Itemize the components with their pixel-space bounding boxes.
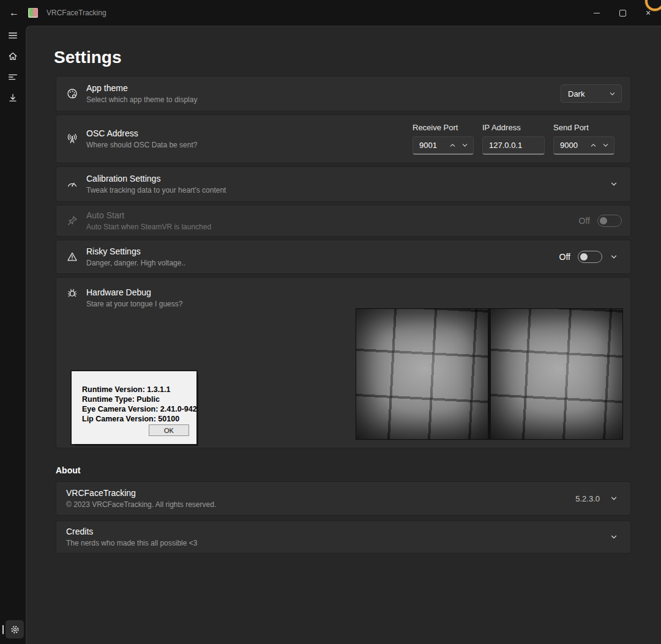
app-theme-title: App theme	[86, 83, 197, 94]
receive-port-field: Receive Port 9001	[413, 123, 474, 155]
maximize-button[interactable]	[610, 0, 635, 26]
toggle-knob	[600, 217, 607, 224]
palette-icon	[66, 87, 78, 100]
hardware-debug-header: Hardware Debug Stare at your tongue I gu…	[66, 287, 182, 309]
back-arrow-icon: ←	[9, 7, 19, 18]
send-port-decrement-button[interactable]	[599, 139, 611, 152]
risky-settings-subtitle: Danger, danger. High voltage..	[86, 259, 185, 268]
hamburger-icon	[7, 30, 18, 41]
credits-subtitle: The nerds who made this all possible <3	[66, 539, 197, 548]
chevron-down-icon	[610, 533, 618, 541]
menu-toggle-button[interactable]	[3, 26, 23, 45]
chevron-down-icon	[602, 142, 609, 149]
app-theme-card: App theme Select which app theme to disp…	[56, 76, 631, 111]
chevron-down-icon	[610, 495, 618, 502]
auto-start-toggle-state: Off	[579, 216, 590, 226]
minimize-button[interactable]	[584, 0, 610, 26]
app-version: 5.2.3.0	[575, 494, 600, 503]
pin-icon	[66, 215, 78, 227]
app-theme-subtitle: Select which app theme to display	[86, 95, 197, 105]
calibration-title: Calibration Settings	[86, 173, 226, 184]
osc-address-text: OSC Address Where should OSC Data be sen…	[86, 128, 197, 150]
calibration-expand-button[interactable]	[606, 176, 622, 192]
maximize-icon	[619, 10, 626, 17]
about-cards: VRCFaceTracking © 2023 VRCFaceTracking. …	[56, 481, 631, 553]
settings-page: Settings App theme Select which app them…	[26, 26, 661, 644]
settings-nav-background	[6, 620, 24, 638]
chevron-down-icon	[610, 180, 618, 188]
about-app-card[interactable]: VRCFaceTracking © 2023 VRCFaceTracking. …	[56, 481, 631, 516]
runtime-version-line: Runtime Version: 1.3.1.1	[82, 385, 196, 394]
auto-start-card: Auto Start Auto Start when SteamVR is la…	[56, 205, 631, 237]
runtime-type-line: Runtime Type: Public	[82, 394, 196, 404]
osc-fields: Receive Port 9001 IP Address	[413, 123, 622, 155]
credits-title: Credits	[66, 526, 197, 537]
gear-icon	[10, 624, 20, 635]
runtime-info-dialog: Runtime Version: 1.3.1.1 Runtime Type: P…	[72, 371, 196, 444]
home-icon	[7, 51, 18, 62]
receive-port-input[interactable]: 9001	[413, 136, 474, 155]
osc-address-title: OSC Address	[86, 128, 197, 139]
hardware-debug-card: Hardware Debug Stare at your tongue I gu…	[56, 277, 631, 448]
calibration-subtitle: Tweak tracking data to your heart's cont…	[86, 186, 226, 195]
auto-start-toggle[interactable]	[597, 215, 622, 227]
ip-address-input[interactable]	[482, 136, 545, 155]
risky-settings-title: Risky Settings	[86, 246, 185, 257]
back-button[interactable]: ←	[5, 4, 23, 22]
theme-dropdown[interactable]: Dark	[561, 84, 622, 103]
ok-button[interactable]: OK	[149, 424, 189, 436]
credits-text: Credits The nerds who made this all poss…	[66, 526, 197, 548]
about-app-copyright: © 2023 VRCFaceTracking. All rights reser…	[66, 500, 216, 509]
sidebar-item-output[interactable]	[3, 67, 23, 87]
about-app-title: VRCFaceTracking	[66, 487, 216, 498]
settings-cards: App theme Select which app theme to disp…	[56, 76, 631, 448]
bug-icon	[66, 287, 78, 299]
lip-camera-version-line: Lip Camera Version: 50100	[82, 414, 196, 424]
sidebar-item-module-registry[interactable]	[3, 88, 23, 108]
receive-port-increment-button[interactable]	[446, 139, 458, 152]
app-theme-text: App theme Select which app theme to disp…	[86, 83, 197, 105]
toggle-knob	[580, 253, 588, 261]
about-expand-button[interactable]	[606, 490, 622, 506]
chevron-up-icon	[449, 142, 456, 149]
receive-port-label: Receive Port	[413, 123, 474, 133]
receive-port-decrement-button[interactable]	[458, 139, 471, 152]
right-eye-camera-image	[491, 309, 622, 439]
navigation-sidebar	[0, 26, 26, 644]
chevron-down-icon	[608, 89, 616, 98]
risky-settings-toggle[interactable]	[578, 251, 602, 263]
chevron-down-icon	[610, 253, 618, 261]
about-app-text: VRCFaceTracking © 2023 VRCFaceTracking. …	[66, 487, 216, 509]
page-title: Settings	[54, 46, 661, 69]
antenna-icon	[66, 133, 78, 145]
calibration-text: Calibration Settings Tweak tracking data…	[86, 173, 226, 195]
eye-camera-feed	[356, 308, 623, 440]
send-port-value: 9000	[560, 141, 587, 150]
credits-expand-button[interactable]	[606, 529, 622, 545]
risky-expand-button[interactable]	[606, 249, 622, 265]
app-logo-icon	[28, 8, 38, 18]
auto-start-title: Auto Start	[86, 210, 211, 221]
titlebar: ← VRCFaceTracking ×	[0, 0, 661, 26]
minimize-icon	[594, 13, 600, 13]
receive-port-value: 9001	[419, 141, 446, 150]
hardware-debug-subtitle: Stare at your tongue I guess?	[86, 300, 182, 309]
calibration-settings-card[interactable]: Calibration Settings Tweak tracking data…	[56, 166, 631, 202]
sidebar-item-settings[interactable]	[0, 620, 26, 640]
eye-camera-version-line: Eye Camera Version: 2.41.0-942e3e	[82, 404, 196, 414]
risky-settings-card[interactable]: Risky Settings Danger, danger. High volt…	[56, 240, 631, 274]
send-port-input[interactable]: 9000	[553, 136, 614, 155]
auto-start-subtitle: Auto Start when SteamVR is launched	[86, 223, 211, 232]
auto-start-toggle-row: Off	[579, 215, 622, 227]
osc-address-card: OSC Address Where should OSC Data be sen…	[56, 114, 631, 163]
credits-card[interactable]: Credits The nerds who made this all poss…	[56, 520, 631, 553]
send-port-field: Send Port 9000	[553, 123, 614, 155]
osc-address-subtitle: Where should OSC Data be sent?	[86, 141, 197, 150]
left-eye-camera-image	[356, 309, 488, 439]
send-port-increment-button[interactable]	[587, 139, 599, 152]
send-port-label: Send Port	[553, 123, 614, 133]
risky-toggle-row: Off	[559, 249, 622, 265]
theme-dropdown-value: Dark	[568, 89, 584, 98]
risky-toggle-state: Off	[559, 252, 570, 262]
sidebar-item-home[interactable]	[3, 46, 23, 66]
